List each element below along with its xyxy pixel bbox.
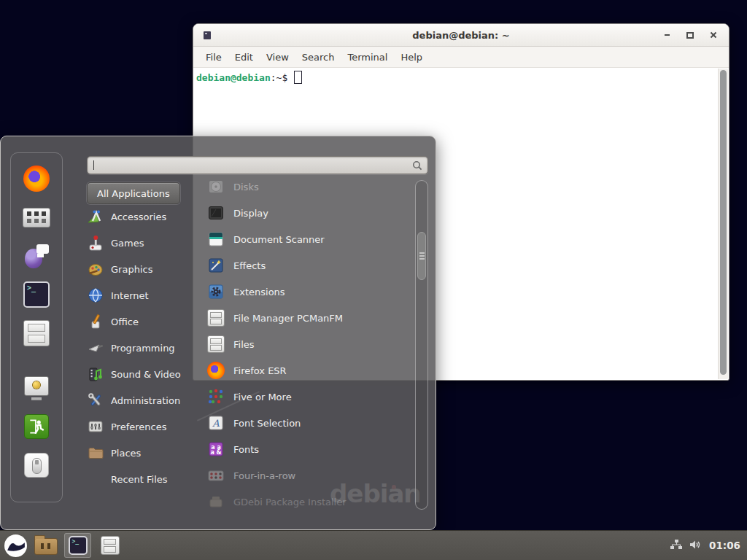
application-menu: All Applications Accessories Games Graph…: [0, 136, 436, 530]
app-label: Five or More: [233, 392, 292, 402]
app-item-firefox-esr[interactable]: Firefox ESR: [206, 357, 417, 384]
svg-text:A: A: [212, 418, 220, 429]
games-icon: [87, 234, 104, 252]
category-games[interactable]: Games: [87, 230, 205, 256]
office-icon: [87, 313, 104, 330]
application-list-scrollbar[interactable]: [415, 180, 428, 510]
close-button[interactable]: [704, 24, 723, 46]
font-selection-icon: A: [206, 413, 225, 432]
app-item-disks[interactable]: Disks: [206, 174, 417, 200]
lock-screen-icon: [23, 376, 50, 400]
terminal-icon: [69, 536, 88, 555]
app-item-display[interactable]: Display: [206, 200, 417, 226]
menubar-item-edit[interactable]: Edit: [228, 52, 260, 63]
application-list: Disks Display Document Scanner Effects E…: [206, 174, 417, 515]
app-item-four-in-a-row[interactable]: Four-in-a-row: [206, 462, 417, 489]
menubar-item-view[interactable]: View: [260, 52, 295, 63]
app-item-fonts[interactable]: a aa & Fonts: [206, 436, 417, 462]
logout-icon: [24, 414, 49, 439]
menu-launcher-button[interactable]: [4, 534, 27, 557]
favorite-firefox-button[interactable]: [23, 165, 50, 192]
fonts-icon: a aa &: [206, 440, 225, 459]
app-item-five-or-more[interactable]: Five or More: [206, 384, 417, 410]
shutdown-icon: [24, 453, 49, 478]
network-icon[interactable]: [670, 539, 683, 553]
firefox-esr-icon: [206, 361, 225, 380]
category-accessories[interactable]: Accessories: [87, 203, 205, 230]
internet-icon: [87, 287, 104, 304]
menubar-item-help[interactable]: Help: [394, 52, 429, 63]
favorite-files-button[interactable]: [23, 319, 50, 347]
lock-screen-button[interactable]: [23, 374, 50, 402]
category-label: Sound & Video: [111, 369, 181, 380]
category-graphics[interactable]: Graphics: [87, 256, 205, 282]
app-label: Fonts: [233, 444, 259, 455]
cabinet-icon: [207, 335, 225, 353]
favorite-pidgin-button[interactable]: [23, 242, 50, 270]
app-item-file-manager-pcmanfm[interactable]: File Manager PCManFM: [206, 305, 417, 331]
category-label: Recent Files: [111, 474, 168, 485]
maximize-button[interactable]: [681, 24, 700, 46]
disks-icon: [206, 177, 225, 196]
terminal-titlebar[interactable]: debian@debian: ~: [193, 24, 729, 47]
app-label: File Manager PCManFM: [233, 313, 343, 324]
favorite-terminal-button[interactable]: [23, 281, 50, 308]
app-label: Extensions: [233, 287, 285, 298]
app-item-files[interactable]: Files: [206, 331, 417, 357]
terminal-menubar: File Edit View Search Terminal Help: [193, 47, 729, 68]
app-item-font-selection[interactable]: A Font Selection: [206, 410, 417, 436]
software-keyboard-icon: [23, 208, 50, 228]
menubar-item-terminal[interactable]: Terminal: [341, 52, 394, 63]
terminal-scrollbar[interactable]: [718, 69, 728, 379]
app-label: GDebi Package Installer: [233, 497, 347, 508]
app-item-gdebi-package-installer[interactable]: GDebi Package Installer: [206, 489, 417, 515]
menu-search-box: [87, 156, 428, 174]
terminal-scrollbar-thumb[interactable]: [720, 70, 727, 375]
app-item-document-scanner[interactable]: Document Scanner: [206, 226, 417, 252]
search-icon: [411, 160, 423, 171]
category-places[interactable]: Places: [87, 440, 205, 466]
prompt-path: :~$: [271, 72, 287, 83]
prompt-user-host: debian@debian: [196, 72, 271, 83]
clock[interactable]: 01:06: [709, 540, 740, 551]
category-recent-files[interactable]: Recent Files: [87, 466, 205, 492]
app-label: Disks: [233, 182, 259, 192]
shutdown-button[interactable]: [23, 451, 50, 479]
category-label: Preferences: [111, 421, 166, 432]
category-sound-video[interactable]: Sound & Video: [87, 361, 205, 387]
category-label: Administration: [111, 395, 180, 406]
category-list: Accessories Games Graphics Internet Offi…: [87, 203, 205, 492]
distro-logo-icon: [4, 534, 27, 557]
graphics-icon: [87, 260, 104, 278]
category-preferences[interactable]: Preferences: [87, 413, 205, 440]
favorite-software-button[interactable]: [23, 203, 50, 231]
volume-icon[interactable]: [689, 539, 703, 553]
category-programming[interactable]: Programming: [87, 335, 205, 361]
menubar-item-file[interactable]: File: [199, 52, 228, 63]
taskbar-terminal-button[interactable]: [64, 533, 91, 558]
category-label: Graphics: [111, 264, 152, 275]
category-office[interactable]: Office: [87, 308, 205, 335]
menu-search-input[interactable]: [88, 157, 427, 174]
terminal-cursor: [294, 71, 302, 84]
app-item-extensions[interactable]: Extensions: [206, 279, 417, 305]
taskbar-files-button[interactable]: [96, 533, 123, 558]
extensions-gear-icon: [206, 282, 225, 301]
minimize-button[interactable]: [657, 24, 676, 46]
minimize-icon: [665, 34, 670, 36]
logout-button[interactable]: [23, 413, 50, 440]
desktop-folder-button[interactable]: [32, 533, 59, 558]
category-internet[interactable]: Internet: [87, 282, 205, 308]
shell-prompt: debian@debian:~$: [196, 71, 302, 84]
app-item-effects[interactable]: Effects: [206, 252, 417, 279]
category-administration[interactable]: Administration: [87, 387, 205, 413]
app-label: Font Selection: [233, 418, 301, 429]
all-applications-button[interactable]: All Applications: [87, 182, 180, 204]
menubar-item-search[interactable]: Search: [295, 52, 341, 63]
system-tray: 01:06: [670, 539, 747, 553]
administration-icon: [87, 392, 104, 409]
close-icon: [710, 31, 717, 39]
effects-icon: [206, 256, 225, 275]
sound-video-icon: [87, 365, 104, 383]
application-list-scrollbar-thumb[interactable]: [417, 232, 426, 280]
